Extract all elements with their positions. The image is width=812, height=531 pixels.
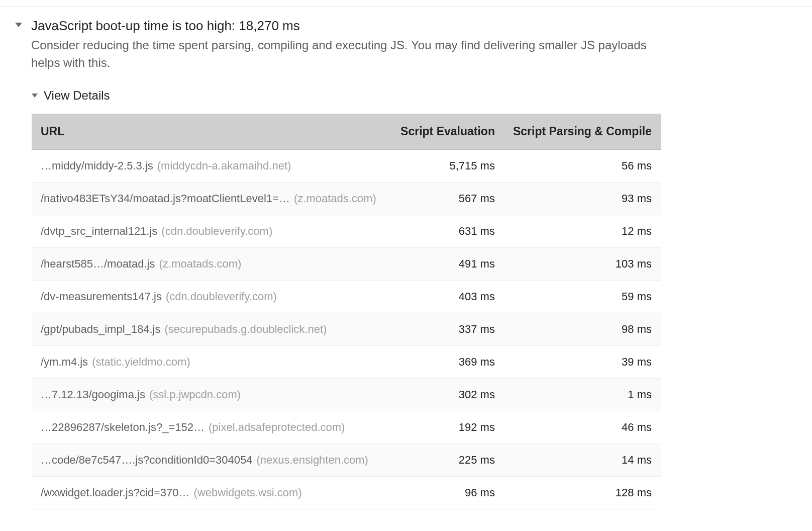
url-path: …7.12.13/googima.js (41, 388, 145, 401)
script-parsing-cell: 14 ms (504, 444, 661, 477)
url-cell[interactable]: /hearst585…/moatad.js(z.moatads.com) (32, 248, 391, 281)
script-parsing-cell: 46 ms (504, 411, 661, 444)
script-parsing-cell: 1 ms (504, 379, 661, 411)
url-path: …code/8e7c547….js?conditionId0=304054 (41, 454, 252, 466)
script-evaluation-cell: 403 ms (391, 281, 504, 313)
url-cell[interactable]: /gpt/pubads_impl_184.js(securepubads.g.d… (32, 313, 391, 346)
url-domain: (pixel.adsafeprotected.com) (209, 421, 345, 433)
table-row: …middy/middy-2.5.3.js(middycdn-a.akamaih… (32, 150, 661, 183)
url-cell[interactable]: …code/8e7c547….js?conditionId0=304054(ne… (32, 444, 391, 477)
table-row: /ym.m4.js(static.yieldmo.com)369 ms39 ms (32, 346, 661, 379)
script-parsing-cell: 93 ms (504, 183, 661, 215)
script-evaluation-cell: 96 ms (391, 477, 504, 509)
table-row: /hearst585…/moatad.js(z.moatads.com)491 … (32, 248, 661, 281)
url-path: /dvtp_src_internal121.js (41, 225, 157, 237)
url-domain: (z.moatads.com) (294, 192, 376, 205)
table-header-row: URL Script Evaluation Script Parsing & C… (32, 114, 661, 150)
script-evaluation-cell: 491 ms (391, 248, 504, 281)
url-domain: (webwidgets.wsi.com) (194, 486, 302, 499)
url-path: /ym.m4.js (41, 356, 88, 368)
script-parsing-cell: 39 ms (504, 346, 661, 379)
table-row: …code/8e7c547….js?conditionId0=304054(ne… (32, 444, 661, 477)
script-evaluation-cell: 369 ms (391, 346, 504, 379)
url-path: /wxwidget.loader.js?cid=370… (41, 486, 190, 499)
script-evaluation-cell: 302 ms (391, 379, 504, 411)
audit-item: JavaScript boot-up time is too high: 18,… (0, 18, 812, 509)
url-domain: (middycdn-a.akamaihd.net) (157, 159, 291, 172)
script-parsing-cell: 103 ms (504, 248, 661, 281)
script-evaluation-cell: 567 ms (391, 183, 504, 215)
url-cell[interactable]: …7.12.13/googima.js(ssl.p.jwpcdn.com) (32, 379, 391, 411)
url-path: …middy/middy-2.5.3.js (41, 159, 153, 172)
script-evaluation-cell: 337 ms (391, 313, 504, 346)
script-parsing-cell: 12 ms (504, 215, 661, 248)
table-row: …7.12.13/googima.js(ssl.p.jwpcdn.com)302… (32, 379, 661, 411)
bootup-time-table: URL Script Evaluation Script Parsing & C… (32, 114, 661, 509)
script-evaluation-cell: 5,715 ms (391, 150, 504, 183)
table-row: /dv-measurements147.js(cdn.doubleverify.… (32, 281, 661, 313)
view-details-toggle[interactable]: View Details (44, 88, 110, 103)
url-cell[interactable]: …22896287/skeleton.js?_=152…(pixel.adsaf… (32, 411, 391, 444)
table-row: /wxwidget.loader.js?cid=370…(webwidgets.… (32, 477, 661, 509)
url-cell[interactable]: …middy/middy-2.5.3.js(middycdn-a.akamaih… (32, 150, 391, 183)
url-cell[interactable]: /dvtp_src_internal121.js(cdn.doubleverif… (32, 215, 391, 248)
audit-title: JavaScript boot-up time is too high: 18,… (31, 18, 797, 35)
url-domain: (cdn.doubleverify.com) (161, 225, 272, 237)
script-parsing-cell: 98 ms (504, 313, 661, 346)
script-evaluation-cell: 192 ms (391, 411, 504, 444)
url-cell[interactable]: /dv-measurements147.js(cdn.doubleverify.… (32, 281, 391, 313)
url-cell[interactable]: /nativo483ETsY34/moatad.js?moatClientLev… (32, 183, 391, 215)
url-cell[interactable]: /wxwidget.loader.js?cid=370…(webwidgets.… (32, 477, 391, 509)
script-evaluation-cell: 225 ms (391, 444, 504, 477)
url-path: /dv-measurements147.js (41, 290, 162, 303)
url-domain: (nexus.ensighten.com) (256, 454, 368, 466)
script-parsing-cell: 56 ms (504, 150, 661, 183)
column-header-url: URL (32, 114, 391, 150)
chevron-down-icon[interactable] (32, 94, 38, 98)
url-path: /hearst585…/moatad.js (41, 257, 155, 270)
audit-details: View Details URL Script Evaluation Scrip… (32, 88, 797, 509)
divider (0, 6, 812, 7)
chevron-down-icon[interactable] (15, 23, 22, 27)
url-domain: (static.yieldmo.com) (92, 356, 190, 368)
table-row: …22896287/skeleton.js?_=152…(pixel.adsaf… (32, 411, 661, 444)
column-header-script-parsing: Script Parsing & Compile (504, 114, 661, 150)
script-parsing-cell: 128 ms (504, 477, 661, 509)
table-row: /dvtp_src_internal121.js(cdn.doubleverif… (32, 215, 661, 248)
table-row: /nativo483ETsY34/moatad.js?moatClientLev… (32, 183, 661, 215)
url-path: /nativo483ETsY34/moatad.js?moatClientLev… (41, 192, 290, 205)
url-domain: (ssl.p.jwpcdn.com) (149, 388, 241, 401)
url-domain: (securepubads.g.doubleclick.net) (165, 323, 327, 335)
url-path: /gpt/pubads_impl_184.js (41, 323, 161, 335)
url-path: …22896287/skeleton.js?_=152… (41, 421, 205, 433)
audit-description: Consider reducing the time spent parsing… (31, 37, 674, 72)
url-cell[interactable]: /ym.m4.js(static.yieldmo.com) (32, 346, 391, 379)
url-domain: (cdn.doubleverify.com) (166, 290, 277, 303)
column-header-script-evaluation: Script Evaluation (391, 114, 504, 150)
script-parsing-cell: 59 ms (504, 281, 661, 313)
url-domain: (z.moatads.com) (159, 257, 241, 270)
script-evaluation-cell: 631 ms (391, 215, 504, 248)
table-row: /gpt/pubads_impl_184.js(securepubads.g.d… (32, 313, 661, 346)
